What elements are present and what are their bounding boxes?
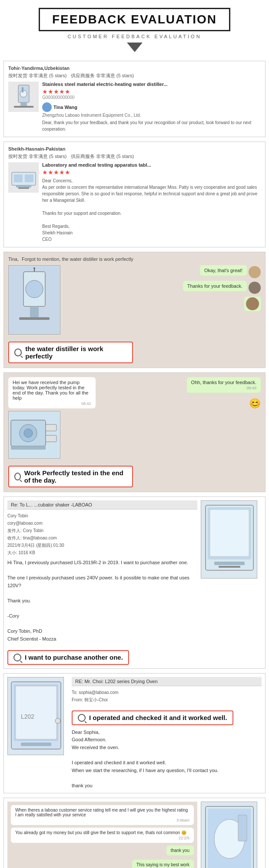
card2-product-image xyxy=(8,162,39,193)
chat2-pump-image xyxy=(8,411,60,459)
email2-subject-bar: RE: Mr. Choi: L202 series Drying Oven xyxy=(72,677,262,686)
feedback-card-2: Sheikh-Hasnain-Pakistan 按时发货 非常满意 (5 sta… xyxy=(3,141,266,247)
email1-left: Re: To L... ...cubator shaker -LABOAO Co… xyxy=(7,500,197,665)
reviewer1-text: Dear, thank you for your feedback, and t… xyxy=(42,119,261,132)
email2-layout: L202 RE: Mr. Choi: L202 series Drying Ov… xyxy=(7,677,262,790)
chat2-layout: Hei we have received the pump today. Wor… xyxy=(8,377,261,487)
svg-rect-4 xyxy=(22,87,23,92)
chat2-callout: Work Perfectly tested in the end of the … xyxy=(8,466,133,487)
svg-text:L202: L202 xyxy=(21,713,34,720)
search-icon-2 xyxy=(14,473,21,480)
chat1-photo xyxy=(246,297,259,310)
card2-product-title: Laboratory and medical testing apparatus… xyxy=(42,162,261,168)
email1-layout: Re: To L... ...cubator shaker -LABOAO Co… xyxy=(7,500,262,665)
chat1-reply1-row: Okay, that's great! xyxy=(136,265,261,278)
card2-rating: 按时发货 非常满意 (5 stars) 供应商服务 非常满意 (5 stars) xyxy=(8,153,261,160)
svg-rect-30 xyxy=(21,743,51,746)
mixed1-reply1: thank you xyxy=(166,845,194,855)
chat1-avatar1 xyxy=(249,266,261,278)
email1-date: 2021年3月4日 (星期四) 01:30 xyxy=(7,542,197,549)
email1-to: 发件人: Cory Tobin xyxy=(7,527,197,534)
chat1-reply2-row: Thanks for your feedback. xyxy=(136,281,261,294)
email2-body: Dear Sophia, Good Afternoon. We received… xyxy=(72,729,262,790)
chat1-reply3-row xyxy=(136,296,261,314)
search-icon xyxy=(14,349,22,356)
feedback-card-1: Tohir-Yandirma,Uzbekistan 按时发货 非常满意 (5 s… xyxy=(3,61,266,137)
search-icon-4 xyxy=(78,714,86,722)
email1-machine-image xyxy=(201,500,257,579)
email2-fields: To: sophia@laboao.com From: 韩宝小-Choi xyxy=(72,689,262,704)
emoji: 😊 xyxy=(181,830,186,835)
email1-fields: Cory Tobin cory@laboao.com 发件人: Cory Tob… xyxy=(7,512,197,556)
svg-rect-13 xyxy=(19,317,50,320)
email2-to: To: sophia@laboao.com xyxy=(72,689,262,696)
reviewer1-name: Tina Wang xyxy=(53,105,77,110)
email2-machine-image: L202 xyxy=(7,677,64,755)
card2-location: Sheikh-Hasnain-Pakistan xyxy=(8,146,261,151)
chat-section-1: Tina, Forgot to mention, the water disti… xyxy=(3,252,266,368)
card2-content: Laboratory and medical testing apparatus… xyxy=(42,162,261,243)
chat2-emoji-row: 😊 xyxy=(136,398,261,409)
mixed1-right xyxy=(201,802,262,868)
mixed1-layout: When theres a laboao customer service ra… xyxy=(7,802,262,868)
header-box: FEEDBACK EVALUATION xyxy=(39,8,230,31)
email1-tina: 收件人: tina@laboao.com xyxy=(7,534,197,542)
svg-rect-7 xyxy=(25,174,33,182)
chat2-left: Hei we have received the pump today. Wor… xyxy=(8,377,133,487)
svg-rect-19 xyxy=(46,424,56,431)
chat1-reply2: Thanks for your feedback. xyxy=(183,281,247,291)
svg-rect-2 xyxy=(14,106,33,108)
chat1-layout: the water distiller is work perfectly Ok… xyxy=(8,265,261,363)
svg-point-15 xyxy=(33,267,35,269)
svg-rect-6 xyxy=(14,174,23,182)
svg-point-18 xyxy=(24,429,33,437)
svg-rect-9 xyxy=(18,187,29,189)
mixed1-reply2: This saying is my best work 11:41:57 xyxy=(132,860,194,868)
card1-product-code: G000000000000 xyxy=(42,95,261,100)
chat1-right: Okay, that's great! Thanks for your feed… xyxy=(136,265,261,363)
mixed1-reply1-row: thank you xyxy=(11,845,194,858)
email1-subject-bar: Re: To L... ...cubator shaker -LABOAO xyxy=(7,500,197,510)
chat2-right: Ohh, thanks for your feedback. 08:43 😊 xyxy=(136,377,261,487)
svg-point-31 xyxy=(55,718,60,723)
svg-rect-25 xyxy=(214,562,245,565)
mixed1-msg2: You already got my money but you still g… xyxy=(11,828,194,843)
mixed1-chat-area: When theres a laboao customer service ra… xyxy=(7,802,197,868)
chat1-header: Tina, Forgot to mention, the water disti… xyxy=(8,256,261,262)
email-section-2: L202 RE: Mr. Choi: L202 series Drying Ov… xyxy=(3,673,266,794)
chat1-machine-image xyxy=(8,265,60,335)
card2-text: Dear Concerns, As per order is concern t… xyxy=(42,178,261,243)
chat1-avatar2 xyxy=(249,282,261,294)
card1-stars: ★★★★★ xyxy=(42,88,261,95)
card1-location: Tohir-Yandirma,Uzbekistan xyxy=(8,66,261,71)
chat1-reply3 xyxy=(244,296,261,311)
email1-from-email: cory@laboao.com xyxy=(7,519,197,527)
email2-callout: I operated and checked it and it worked … xyxy=(72,710,233,725)
mixed1-reply2-row: This saying is my best work 11:41:57 xyxy=(11,860,194,868)
email-section-1: Re: To L... ...cubator shaker -LABOAO Co… xyxy=(3,496,266,669)
search-icon-3 xyxy=(13,654,21,661)
card1-product-image xyxy=(8,82,39,112)
header-subtitle: CUSTOMER FEEDBACK EVALUATION xyxy=(4,34,265,39)
header-section: FEEDBACK EVALUATION CUSTOMER FEEDBACK EV… xyxy=(0,0,269,56)
reviewer1-company: Zhengzhou Laboao Instrument Equipment Co… xyxy=(42,113,261,118)
email2-right-content: RE: Mr. Choi: L202 series Drying Oven To… xyxy=(72,677,262,790)
card1-body: Stainless steel material electric-heatin… xyxy=(8,82,261,132)
chat2-reply: Ohh, thanks for your feedback. 08:43 xyxy=(187,377,261,393)
svg-rect-37 xyxy=(238,815,247,841)
header-title: FEEDBACK EVALUATION xyxy=(52,13,217,26)
chat2-time-left: 08:42 xyxy=(13,401,91,406)
card2-body: Laboratory and medical testing apparatus… xyxy=(8,162,261,243)
chat2-time-right: 08:43 xyxy=(191,386,256,390)
card1-product-title: Stainless steel material electric-heatin… xyxy=(42,82,261,87)
email1-right xyxy=(201,500,262,665)
card2-stars: ★★★★★ xyxy=(42,169,261,176)
email2-from: From: 韩宝小-Choi xyxy=(72,696,262,704)
email1-callout: I want to purchase another one. xyxy=(7,650,129,665)
email2-callout-row: I operated and checked it and it worked … xyxy=(72,707,262,725)
svg-rect-1 xyxy=(20,102,27,106)
mixed-section-1: When theres a laboao customer service ra… xyxy=(3,798,266,868)
chat2-message: Hei we have received the pump today. Wor… xyxy=(8,377,96,408)
chat1-reply1: Okay, that's great! xyxy=(200,265,247,276)
svg-rect-8 xyxy=(16,185,31,187)
